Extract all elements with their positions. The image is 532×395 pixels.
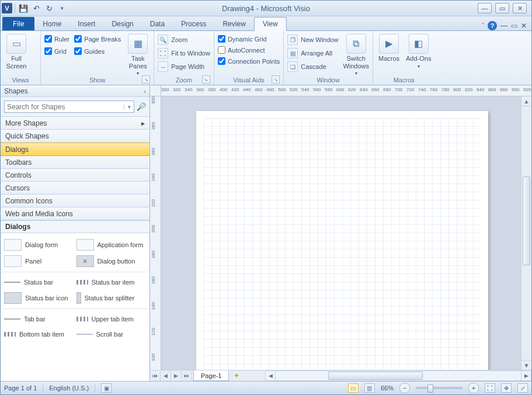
tab-design[interactable]: Design xyxy=(103,18,141,30)
tab-review[interactable]: Review xyxy=(214,18,253,30)
tab-insert[interactable]: Insert xyxy=(69,18,103,30)
shape-status-bar-icon[interactable]: Status bar icon xyxy=(3,290,75,306)
zoom-level[interactable]: 66% xyxy=(381,384,394,391)
tab-home[interactable]: Home xyxy=(34,18,69,30)
scroll-thumb[interactable] xyxy=(523,176,530,265)
cat-cursors[interactable]: Cursors xyxy=(1,182,149,195)
shape-status-bar-splitter[interactable]: Status bar splitter xyxy=(75,290,148,306)
zoom-button[interactable]: 🔍Zoom xyxy=(158,34,210,45)
scroll-right-icon[interactable]: ▶ xyxy=(521,370,531,381)
group-zoom-label: Zoom↘ xyxy=(158,76,210,85)
minimize-button[interactable]: — xyxy=(478,3,492,13)
shapes-pane: Shapes‹ ▾ 🔎 More Shapes▸ Quick Shapes Di… xyxy=(1,85,150,381)
connection-points-checkbox[interactable]: Connection Points xyxy=(218,57,280,65)
qat-dropdown-icon[interactable]: ▾ xyxy=(56,2,68,14)
maximize-button[interactable]: ▭ xyxy=(495,3,509,13)
new-window-button[interactable]: ❐New Window xyxy=(287,34,338,45)
arrange-all-button[interactable]: ▤Arrange All xyxy=(287,48,338,58)
next-page-icon[interactable]: ▶ xyxy=(171,371,182,381)
shape-application-form[interactable]: Application form xyxy=(75,237,148,253)
macro-record-icon[interactable]: ▣ xyxy=(101,383,112,393)
save-icon[interactable]: 💾 xyxy=(18,2,29,14)
shape-status-bar[interactable]: Status bar xyxy=(3,275,75,290)
zoom-slider[interactable] xyxy=(416,387,463,389)
collapse-pane-icon[interactable]: ‹ xyxy=(144,88,146,95)
autoconnect-checkbox[interactable]: AutoConnect xyxy=(218,46,280,54)
close-button[interactable]: ✕ xyxy=(513,3,527,13)
cat-toolbars[interactable]: Toolbars xyxy=(1,156,149,169)
shape-dialog-form[interactable]: Dialog form xyxy=(3,237,75,253)
cascade-button[interactable]: ❏Cascade xyxy=(287,61,338,72)
first-page-icon[interactable]: ⏮ xyxy=(150,371,161,381)
cat-dialogs[interactable]: Dialogs xyxy=(1,143,149,156)
zoom-out-button[interactable]: − xyxy=(399,383,410,393)
canvas[interactable] xyxy=(161,96,521,370)
ribbon-minimize-icon[interactable]: ˆ xyxy=(482,22,484,29)
dynamic-grid-checkbox[interactable]: Dynamic Grid xyxy=(218,35,280,43)
search-icon[interactable]: 🔎 xyxy=(137,102,146,111)
prev-page-icon[interactable]: ◀ xyxy=(161,371,171,381)
task-panes-button[interactable]: ▦Task Panes▾ xyxy=(126,33,150,76)
more-shapes-item[interactable]: More Shapes▸ xyxy=(1,117,149,130)
new-page-icon[interactable]: ✦ xyxy=(231,371,242,381)
visual-aids-dialog-launcher[interactable]: ↘ xyxy=(272,75,280,84)
switch-windows-button[interactable]: ⧉Switch Windows▾ xyxy=(343,33,369,76)
app-icon[interactable]: V xyxy=(2,3,12,13)
mdi-minimize-icon[interactable]: — xyxy=(500,22,507,30)
grid-checkbox[interactable]: Grid xyxy=(44,47,69,55)
shape-bottom-tab-item[interactable]: Bottom tab item xyxy=(3,327,75,342)
tab-file[interactable]: File xyxy=(2,17,34,30)
stencil-title: Dialogs xyxy=(1,220,149,233)
shape-dialog-button[interactable]: ✕Dialog button xyxy=(75,253,148,269)
scroll-left-icon[interactable]: ◀ xyxy=(265,370,276,381)
language-indicator[interactable]: English (U.S.) xyxy=(49,384,89,391)
page-width-button[interactable]: ↔Page Width xyxy=(158,61,210,72)
help-icon[interactable]: ? xyxy=(488,21,497,30)
ruler-checkbox[interactable]: Ruler xyxy=(44,35,69,43)
search-dropdown-icon[interactable]: ▾ xyxy=(124,104,134,110)
hscroll-thumb[interactable] xyxy=(328,372,423,380)
macros-button[interactable]: ▶Macros xyxy=(377,33,401,63)
vertical-ruler: 300280260240220200180160140120100 xyxy=(150,96,161,370)
page-indicator[interactable]: Page 1 of 1 xyxy=(4,384,37,391)
cat-web-media-icons[interactable]: Web and Media Icons xyxy=(1,207,149,220)
full-screen-button[interactable]: ▭Full Screen xyxy=(4,33,29,70)
full-screen-icon[interactable]: ⤢ xyxy=(517,383,528,393)
scroll-up-icon[interactable]: ▲ xyxy=(521,96,531,106)
shape-tab-bar[interactable]: Tab bar xyxy=(3,311,75,327)
shapes-search-input[interactable]: ▾ xyxy=(4,101,134,113)
cat-controls[interactable]: Controls xyxy=(1,169,149,182)
mdi-close-icon[interactable]: ✕ xyxy=(521,22,527,30)
shapes-pane-header: Shapes‹ xyxy=(1,85,149,97)
show-dialog-launcher[interactable]: ↘ xyxy=(142,75,150,84)
horizontal-scrollbar[interactable]: ◀ ▶ xyxy=(265,370,531,381)
page-tab[interactable]: Page-1 xyxy=(193,370,229,381)
shape-scroll-bar[interactable]: Scroll bar xyxy=(75,327,148,342)
shape-status-bar-item[interactable]: Status bar item xyxy=(75,275,148,290)
cat-common-icons[interactable]: Common Icons xyxy=(1,195,149,207)
fit-page-icon[interactable]: ⛶ xyxy=(485,383,495,393)
guides-checkbox[interactable]: Guides xyxy=(74,47,121,55)
addons-button[interactable]: ◧Add-Ons▾ xyxy=(406,33,431,69)
mdi-restore-icon[interactable]: ▭ xyxy=(511,22,517,30)
pan-zoom-icon[interactable]: ✥ xyxy=(501,383,512,393)
tab-view[interactable]: View xyxy=(254,17,287,31)
shape-upper-tab-item[interactable]: Upper tab item xyxy=(75,311,148,327)
tab-process[interactable]: Process xyxy=(173,18,214,30)
ruler-corner xyxy=(150,85,161,96)
undo-icon[interactable]: ↶ xyxy=(30,2,42,14)
redo-icon[interactable]: ↻ xyxy=(43,2,55,14)
vertical-scrollbar[interactable]: ▲ ▼ xyxy=(521,96,531,370)
last-page-icon[interactable]: ⏭ xyxy=(182,371,192,381)
presentation-mode-icon[interactable]: ▭ xyxy=(348,383,359,393)
cat-quick-shapes[interactable]: Quick Shapes xyxy=(1,130,149,143)
fit-to-window-button[interactable]: ⛶Fit to Window xyxy=(158,48,210,58)
page-view-icon[interactable]: ▥ xyxy=(364,383,375,393)
tab-data[interactable]: Data xyxy=(142,18,173,30)
zoom-in-button[interactable]: + xyxy=(468,383,479,393)
zoom-dialog-launcher[interactable]: ↘ xyxy=(202,75,210,84)
drawing-page[interactable] xyxy=(196,111,488,370)
scroll-down-icon[interactable]: ▼ xyxy=(521,360,531,370)
shape-panel[interactable]: Panel xyxy=(3,253,75,269)
page-breaks-checkbox[interactable]: Page Breaks xyxy=(74,35,121,43)
